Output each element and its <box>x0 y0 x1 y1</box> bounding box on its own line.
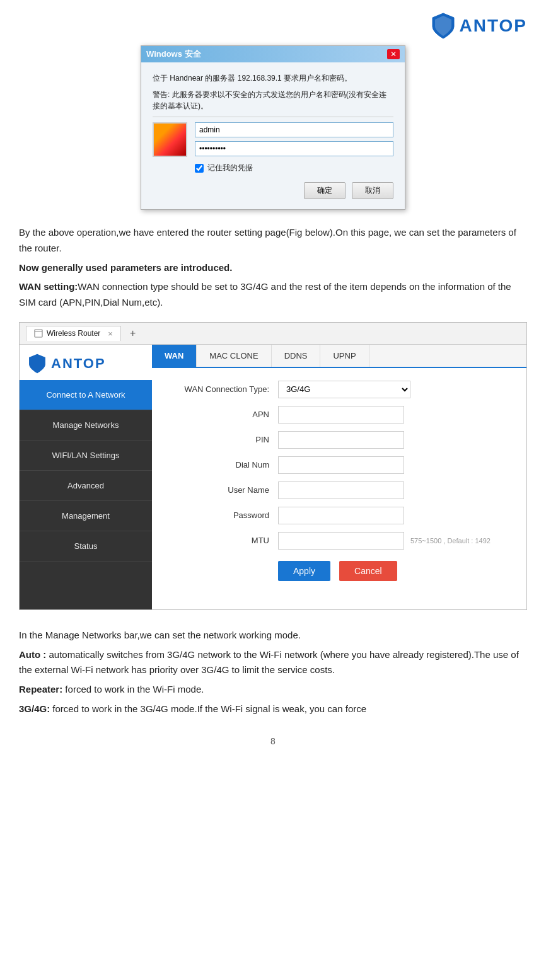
wan-setting-label: WAN setting: <box>19 281 78 292</box>
username-label: User Name <box>171 485 278 495</box>
browser-tab-close[interactable]: × <box>108 329 113 338</box>
repeater-label: Repeater: <box>19 684 62 695</box>
content-area: WAN MAC CLONE DDNS UPNP WAN Connection T… <box>152 345 526 609</box>
dialog-close-button[interactable]: ✕ <box>387 49 400 59</box>
antop-shield-icon <box>432 13 455 39</box>
page-number: 8 <box>19 736 527 746</box>
browser-tab-label: Wireless Router <box>47 329 100 338</box>
tab-icon <box>34 329 43 338</box>
auto-label: Auto : <box>19 649 46 660</box>
bottom-para2: Auto : automatically switches from 3G/4G… <box>19 647 527 679</box>
intro-para3: WAN setting:WAN connection type should b… <box>19 279 527 311</box>
form-buttons: Apply Cancel <box>278 561 508 581</box>
remember-checkbox[interactable] <box>195 164 204 173</box>
apn-row: APN <box>171 406 508 424</box>
sidebar-item-status[interactable]: Status <box>20 531 152 562</box>
dialog-titlebar: Windows 安全 ✕ <box>141 46 405 62</box>
sidebar-item-advanced-label: Advanced <box>67 481 104 490</box>
tab-wan[interactable]: WAN <box>152 345 197 367</box>
dial-num-label: Dial Num <box>171 460 278 470</box>
logo-area: ANTOP <box>19 13 527 39</box>
sidebar-item-management[interactable]: Management <box>20 501 152 531</box>
windows-dialog-wrapper: Windows 安全 ✕ 位于 Handnear 的服务器 192.168.39… <box>19 45 527 210</box>
cancel-button[interactable]: Cancel <box>339 561 397 581</box>
pin-label: PIN <box>171 435 278 444</box>
username-input[interactable] <box>195 122 393 137</box>
mtu-input[interactable] <box>278 532 404 550</box>
password-field[interactable] <box>278 507 404 524</box>
mtu-hint: 575~1500 , Default : 1492 <box>410 537 491 545</box>
dial-num-row: Dial Num <box>171 456 508 474</box>
tab-ddns[interactable]: DDNS <box>272 345 321 367</box>
password-label: Password <box>171 510 278 520</box>
sidebar-item-connect-network-label: Connect to A Network <box>46 390 125 400</box>
tab-mac-clone[interactable]: MAC CLONE <box>197 345 271 367</box>
dialog-info-line1: 位于 Handnear 的服务器 192.168.39.1 要求用户名和密码。 <box>153 72 393 84</box>
sidebar-item-wifi-lan[interactable]: WIFI/LAN Settings <box>20 441 152 471</box>
remember-label: 记住我的凭据 <box>207 163 253 173</box>
dialog-body: 位于 Handnear 的服务器 192.168.39.1 要求用户名和密码。 … <box>141 62 405 209</box>
sidebar-item-wifi-lan-label: WIFI/LAN Settings <box>52 451 120 460</box>
dialog-divider <box>153 117 393 117</box>
sidebar-item-connect-network[interactable]: Connect to A Network <box>20 380 152 410</box>
username-row: User Name <box>171 481 508 499</box>
sidebar-item-advanced[interactable]: Advanced <box>20 471 152 501</box>
router-ui-screenshot: Wireless Router × + ANTOP Connect to A N… <box>19 322 527 610</box>
dialog-form-row: 记住我的凭据 <box>153 122 393 173</box>
remember-credentials-row: 记住我的凭据 <box>195 163 393 173</box>
intro-text-block: By the above operation,we have entered t… <box>19 225 527 311</box>
sidebar-shield-icon <box>28 354 46 374</box>
password-row: Password <box>171 507 508 524</box>
apply-button[interactable]: Apply <box>278 561 330 581</box>
browser-tab[interactable]: Wireless Router × <box>26 326 121 341</box>
auto-text: automatically switches from 3G/4G networ… <box>19 649 519 676</box>
mtu-label: MTU <box>171 536 278 545</box>
pin-row: PIN <box>171 431 508 449</box>
pin-input[interactable] <box>278 431 404 449</box>
dialog-info-line2: 警告: 此服务器要求以不安全的方式发送您的用户名和密码(没有安全连接的基本认证)… <box>153 89 393 112</box>
3g4g-label: 3G/4G: <box>19 703 50 714</box>
dialog-cancel-button[interactable]: 取消 <box>352 182 393 199</box>
antop-logo-text: ANTOP <box>460 16 528 36</box>
tab-bar: WAN MAC CLONE DDNS UPNP <box>152 345 526 368</box>
wan-form: WAN Connection Type: 3G/4G PPPoE DHCP St… <box>152 368 526 594</box>
wan-setting-text: WAN connection type should be set to 3G/… <box>19 281 511 308</box>
mtu-row: MTU 575~1500 , Default : 1492 <box>171 532 508 550</box>
router-main-layout: ANTOP Connect to A Network Manage Networ… <box>20 345 526 609</box>
sidebar-item-manage-networks-label: Manage Networks <box>53 420 119 430</box>
user-avatar <box>153 122 187 157</box>
dial-num-input[interactable] <box>278 456 404 474</box>
sidebar-logo-text: ANTOP <box>51 355 106 372</box>
page-number-value: 8 <box>270 736 276 746</box>
wan-connection-type-label: WAN Connection Type: <box>171 384 278 394</box>
bottom-para4: 3G/4G: forced to work in the 3G/4G mode.… <box>19 701 527 717</box>
tab-upnp[interactable]: UPNP <box>320 345 369 367</box>
sidebar-item-management-label: Management <box>62 511 110 521</box>
apn-label: APN <box>171 410 278 419</box>
password-input[interactable] <box>195 141 393 156</box>
3g4g-text: forced to work in the 3G/4G mode.If the … <box>50 703 366 714</box>
bottom-para1: In the Manage Networks bar,we can set th… <box>19 628 527 643</box>
dialog-ok-button[interactable]: 确定 <box>304 182 346 199</box>
sidebar: ANTOP Connect to A Network Manage Networ… <box>20 345 152 609</box>
sidebar-logo-area: ANTOP <box>20 345 152 380</box>
sidebar-item-manage-networks[interactable]: Manage Networks <box>20 410 152 441</box>
bottom-para3: Repeater: forced to work in the Wi-Fi mo… <box>19 682 527 698</box>
wan-connection-type-select[interactable]: 3G/4G PPPoE DHCP Static IP <box>278 381 410 398</box>
intro-para1: By the above operation,we have entered t… <box>19 225 527 257</box>
svg-rect-0 <box>35 330 42 337</box>
dialog-buttons: 确定 取消 <box>153 182 393 199</box>
apn-input[interactable] <box>278 406 404 424</box>
new-tab-button[interactable]: + <box>130 328 136 339</box>
windows-security-dialog: Windows 安全 ✕ 位于 Handnear 的服务器 192.168.39… <box>141 45 405 210</box>
browser-bar: Wireless Router × + <box>20 323 526 345</box>
wan-connection-type-row: WAN Connection Type: 3G/4G PPPoE DHCP St… <box>171 381 508 398</box>
intro-para2: Now generally used parameters are introd… <box>19 260 527 276</box>
dialog-title: Windows 安全 <box>146 49 201 60</box>
sidebar-item-status-label: Status <box>74 541 98 551</box>
repeater-text: forced to work in the Wi-Fi mode. <box>62 684 204 695</box>
username-field[interactable] <box>278 481 404 499</box>
bottom-text-block: In the Manage Networks bar,we can set th… <box>19 628 527 717</box>
dialog-inputs: 记住我的凭据 <box>195 122 393 173</box>
